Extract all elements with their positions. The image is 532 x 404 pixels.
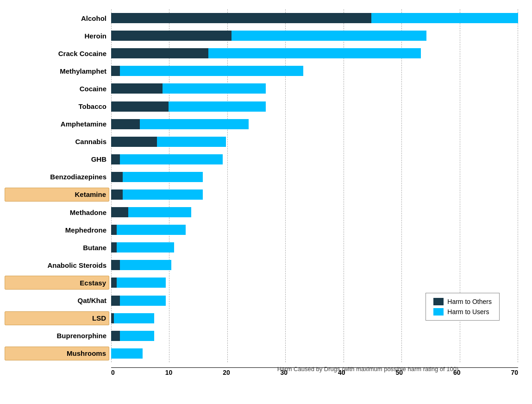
bar-harm-others <box>111 207 128 217</box>
bar-harm-others <box>111 242 117 252</box>
y-axis-labels: AlcoholHeroinCrack CocaineMethylamphetCo… <box>5 9 111 376</box>
chart-area: AlcoholHeroinCrack CocaineMethylamphetCo… <box>5 9 518 376</box>
bar-row-heroin <box>111 29 518 42</box>
y-label-crack-cocaine: Crack Cocaine <box>5 46 109 60</box>
legend-item: Harm to Others <box>433 298 492 305</box>
legend-label: Harm to Others <box>447 298 492 305</box>
bar-harm-users <box>120 66 303 76</box>
y-label-butane: Butane <box>5 240 109 254</box>
bar-harm-others <box>111 119 140 129</box>
bar-row-tobacco <box>111 100 518 113</box>
bar-harm-users <box>371 13 518 23</box>
y-label-methylamphet: Methylamphet <box>5 64 109 78</box>
x-axis-title: Harm Caused by Drugs (with maximum possi… <box>218 366 518 372</box>
bar-harm-users <box>117 242 174 252</box>
bar-row-mushrooms <box>111 347 518 360</box>
bar-harm-users <box>128 207 191 217</box>
bar-row-benzodiazepines <box>111 170 518 183</box>
grid-and-bars: 010203040506070 <box>111 9 518 376</box>
y-label-tobacco: Tobacco <box>5 100 109 114</box>
bar-harm-users <box>232 31 426 41</box>
y-label-cocaine: Cocaine <box>5 82 109 95</box>
legend-swatch <box>433 298 444 305</box>
bar-harm-users <box>120 260 171 270</box>
bar-harm-others <box>111 13 371 23</box>
bar-harm-others <box>111 296 120 306</box>
bar-harm-users <box>111 348 143 359</box>
bar-row-butane <box>111 241 518 254</box>
bar-row-ecstasy <box>111 276 518 289</box>
y-label-ecstasy: Ecstasy <box>5 276 109 290</box>
bar-harm-others <box>111 66 120 76</box>
bar-row-ketamine <box>111 188 518 201</box>
bar-harm-others <box>111 225 117 235</box>
bar-harm-users <box>117 278 165 288</box>
y-label-ketamine: Ketamine <box>5 188 109 202</box>
y-label-methadone: Methadone <box>5 205 109 219</box>
legend-label: Harm to Users <box>447 308 489 316</box>
bar-row-amphetamine <box>111 118 518 131</box>
bar-harm-others <box>111 48 208 58</box>
bar-harm-users <box>123 189 203 200</box>
bar-row-anabolic-steroids <box>111 259 518 271</box>
x-tick-10: 10 <box>165 369 173 376</box>
bar-harm-users <box>169 101 266 112</box>
x-tick-0: 0 <box>111 369 115 376</box>
y-label-cannabis: Cannabis <box>5 135 109 149</box>
y-label-buprenorphine: Buprenorphine <box>5 329 109 343</box>
y-label-alcohol: Alcohol <box>5 11 109 25</box>
bar-harm-users <box>140 119 249 129</box>
bar-harm-users <box>120 154 223 164</box>
y-label-amphetamine: Amphetamine <box>5 117 109 131</box>
bar-harm-users <box>120 331 154 341</box>
chart-container: AlcoholHeroinCrack CocaineMethylamphetCo… <box>0 0 532 404</box>
bar-harm-others <box>111 331 120 341</box>
bar-row-crack-cocaine <box>111 47 518 60</box>
bar-row-mephedrone <box>111 223 518 236</box>
bar-harm-others <box>111 101 169 112</box>
bar-harm-users <box>123 172 203 182</box>
bar-harm-users <box>120 296 166 306</box>
y-label-benzodiazepines: Benzodiazepines <box>5 170 109 184</box>
y-label-ghb: GHB <box>5 152 109 166</box>
legend-item: Harm to Users <box>433 308 492 316</box>
bar-harm-others <box>111 154 120 164</box>
bar-harm-users <box>157 137 226 147</box>
bar-row-alcohol <box>111 12 518 25</box>
bar-harm-others <box>111 189 123 200</box>
bar-harm-users <box>114 313 154 323</box>
bar-harm-users <box>163 83 266 94</box>
bar-harm-others <box>111 137 157 147</box>
bar-harm-others <box>111 83 163 94</box>
bar-harm-users <box>117 225 186 235</box>
y-label-anabolic-steroids: Anabolic Steroids <box>5 258 109 272</box>
bar-harm-others <box>111 172 123 182</box>
bar-row-buprenorphine <box>111 329 518 342</box>
bar-harm-others <box>111 31 232 41</box>
bars-area: 010203040506070 Harm to OthersHarm to Us… <box>111 9 518 376</box>
y-label-mushrooms: Mushrooms <box>5 347 109 360</box>
bar-harm-others <box>111 260 120 270</box>
bar-harm-others <box>111 278 117 288</box>
bar-harm-users <box>208 48 420 58</box>
bar-row-cannabis <box>111 135 518 148</box>
bar-row-methadone <box>111 206 518 219</box>
bar-row-cocaine <box>111 82 518 95</box>
y-label-mephedrone: Mephedrone <box>5 223 109 237</box>
bar-row-ghb <box>111 153 518 166</box>
legend-swatch <box>433 308 444 316</box>
legend: Harm to OthersHarm to Users <box>426 293 500 321</box>
y-label-qat/khat: Qat/Khat <box>5 294 109 308</box>
bar-row-methylamphet <box>111 64 518 77</box>
y-label-lsd: LSD <box>5 311 109 325</box>
y-label-heroin: Heroin <box>5 29 109 43</box>
